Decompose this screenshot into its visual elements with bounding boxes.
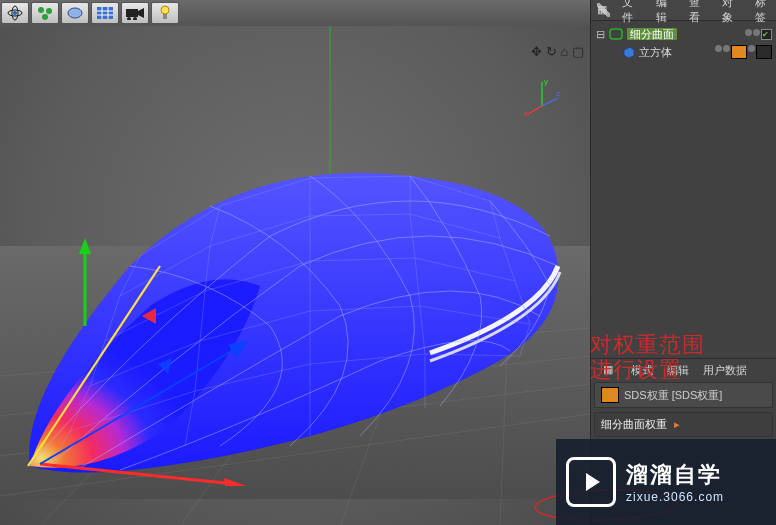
tree-toggles[interactable] (745, 29, 772, 40)
tree-expander[interactable]: ⊟ (595, 28, 605, 41)
tool-camera-icon[interactable] (121, 2, 149, 24)
menu-object[interactable]: 对象 (722, 0, 743, 25)
svg-point-4 (46, 8, 52, 14)
tree-label-cube: 立方体 (639, 45, 715, 60)
tool-light-icon[interactable] (151, 2, 179, 24)
watermark-url: zixue.3066.com (626, 490, 724, 504)
chevron-right-icon: ▸ (674, 418, 680, 430)
attr-sds-weight-row[interactable]: 细分曲面权重 ▸ (594, 412, 773, 437)
svg-point-6 (68, 8, 82, 18)
layers-icon: ▦ (597, 3, 610, 17)
axis-z-label: z (556, 89, 560, 98)
axis-gizmo-icon[interactable]: y z x (522, 76, 562, 116)
tree-toggles-child[interactable] (715, 45, 772, 59)
viewport-nav-icons[interactable]: ✥ ↻ ⌂ ▢ (531, 44, 584, 59)
subdivision-icon (608, 27, 624, 41)
menu-tags[interactable]: 标签 (755, 0, 776, 25)
svg-point-3 (38, 7, 44, 13)
tree-row-cube[interactable]: 立方体 (595, 43, 772, 61)
tree-row-subdivision[interactable]: ⊟ 细分曲面 (595, 25, 772, 43)
svg-marker-11 (138, 8, 144, 18)
svg-rect-13 (163, 14, 167, 19)
menu-view[interactable]: 查看 (689, 0, 710, 25)
svg-point-10 (133, 17, 137, 20)
sds-tag-icon (601, 387, 619, 403)
axis-y-label: y (544, 77, 548, 86)
menu-file[interactable]: 文件 (622, 0, 643, 25)
viewport[interactable]: y z x ✥ ↻ ⌂ ▢ (0, 26, 590, 525)
axis-x-label: x (524, 109, 528, 116)
svg-point-12 (161, 6, 169, 14)
sds-weight-tag-icon[interactable] (756, 45, 772, 59)
svg-line-25 (528, 106, 542, 114)
attr-tag-section: SDS权重 [SDS权重] (594, 382, 773, 408)
tool-shape-icon[interactable] (61, 2, 89, 24)
watermark: 溜溜自学 zixue.3066.com (556, 439, 776, 525)
attr-tag-title: SDS权重 [SDS权重] (624, 388, 722, 403)
object-tree: ⊟ 细分曲面 立方体 (591, 21, 776, 61)
svg-point-0 (13, 11, 17, 15)
tool-molecule-icon[interactable] (31, 2, 59, 24)
svg-point-5 (42, 14, 48, 20)
tool-atom-icon[interactable] (1, 2, 29, 24)
annotation-text: 对权重范围 进行设置 (590, 332, 760, 382)
watermark-title: 溜溜自学 (626, 460, 724, 490)
top-toolbar (0, 0, 590, 27)
tree-label-subdivision: 细分曲面 (627, 27, 745, 42)
svg-marker-36 (624, 47, 634, 58)
svg-rect-7 (97, 7, 113, 19)
phong-tag-icon[interactable] (731, 45, 747, 59)
attr-sds-weight-label: 细分曲面权重 (601, 418, 667, 430)
svg-rect-8 (126, 9, 138, 17)
svg-line-24 (542, 98, 558, 106)
viewport-ground (0, 246, 590, 499)
tool-grid-icon[interactable] (91, 2, 119, 24)
svg-rect-35 (610, 29, 622, 39)
cube-icon (620, 45, 636, 59)
svg-point-9 (127, 17, 131, 20)
object-manager-menu: ▦ 文件 编辑 查看 对象 标签 (591, 0, 776, 21)
play-icon (566, 457, 616, 507)
menu-edit[interactable]: 编辑 (656, 0, 677, 25)
